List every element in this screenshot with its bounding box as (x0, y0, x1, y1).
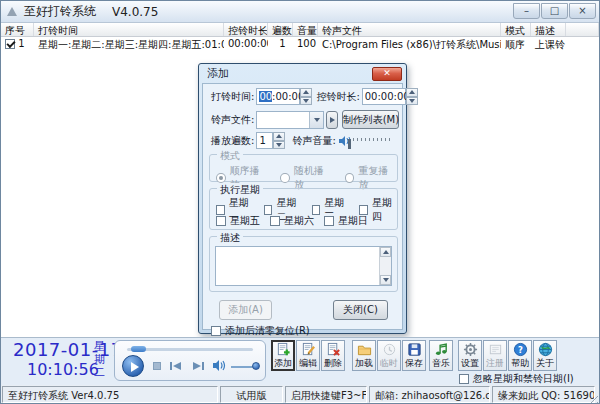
svg-text:?: ? (518, 345, 523, 355)
scroll-down-icon (383, 278, 389, 282)
radio-sequential-play[interactable] (216, 173, 226, 183)
bell-icon (7, 7, 17, 16)
column-header-duration[interactable]: 控铃时长 (224, 23, 268, 36)
slider-thumb[interactable] (348, 139, 351, 149)
toolbar-button-settings[interactable]: 设置 (458, 340, 482, 371)
textarea-scrollbar[interactable] (379, 247, 391, 285)
toolbar-button-help[interactable]: ? 帮助 (508, 340, 532, 371)
help-icon: ? (513, 342, 528, 357)
minimize-button[interactable]: – (513, 3, 540, 19)
play-count-field[interactable]: 1 (256, 132, 273, 149)
dropdown-button[interactable] (309, 112, 323, 128)
reset-row: 添加后清零复位(R) (211, 324, 310, 338)
edit-icon (301, 342, 316, 357)
scroll-up-icon (383, 250, 389, 254)
spin-down-icon (409, 99, 415, 103)
column-header-file[interactable]: 铃声文件 (318, 23, 501, 36)
dialog-titlebar: 添加 ✕ (199, 64, 406, 83)
reset-after-add-checkbox[interactable] (211, 326, 221, 336)
ring-file-label: 铃声文件: (211, 113, 254, 127)
ring-time-row: 打铃时间: 00:00:00 控铃时长: 00:00:00 (211, 88, 418, 105)
load-icon (357, 342, 372, 357)
weekday-checkbox-fri[interactable] (216, 216, 226, 226)
ring-file-row: 铃声文件: 制作列表(M) (211, 110, 399, 129)
status-hotkeys: 启用快捷键F3~F12 (285, 386, 367, 403)
close-icon: × (578, 6, 586, 16)
status-app-version: 至好打铃系统 Ver4.0.75 (2, 386, 218, 403)
ring-volume-slider[interactable] (353, 138, 390, 143)
volume-thumb[interactable] (252, 362, 260, 370)
dialog-add-button[interactable]: 添加(A) (219, 300, 272, 320)
row-desc: 上课铃 (531, 37, 566, 51)
app-title: 至好打铃系统 (24, 3, 96, 20)
seek-thumb[interactable] (131, 346, 146, 352)
maximize-button[interactable]: □ (541, 3, 568, 19)
duration-field[interactable]: 00:00:00 (362, 88, 406, 105)
column-header-seq[interactable]: 序号 (1, 23, 34, 36)
toolbar-button-temp[interactable]: 临时 (377, 340, 401, 371)
duration-spinner[interactable] (406, 88, 418, 105)
playlist-expand-button[interactable] (326, 111, 338, 129)
ring-volume-label: 铃声音量: (292, 134, 335, 148)
play-count-spinner[interactable] (273, 132, 285, 149)
scroll-up-button[interactable] (380, 247, 391, 257)
column-header-ring-time[interactable]: 打铃时间 (34, 23, 224, 36)
ring-time-field[interactable]: 00:00:00 (256, 88, 300, 105)
toolbar-button-delete[interactable]: 删除 (321, 340, 345, 371)
row-mode: 顺序 (501, 37, 531, 51)
row-volume: 100 (293, 37, 318, 51)
toolbar-button-load[interactable]: 加载 (352, 340, 376, 371)
play-count-row: 播放遍数: 1 铃声音量: (211, 132, 390, 149)
spin-down-icon (303, 99, 309, 103)
app-window: 至好打铃系统 V4.0.75 – □ × 序号 打铃时间 控铃时长 遍数 音量 … (0, 0, 600, 404)
column-header-volume[interactable]: 音量 (293, 23, 318, 36)
mode-group-label: 模式 (217, 149, 243, 163)
row-enabled-checkbox[interactable] (5, 39, 15, 49)
titlebar: 至好打铃系统 V4.0.75 – □ × (1, 1, 599, 23)
toolbar-button-register[interactable]: 注册 (483, 340, 507, 371)
close-button[interactable]: × (569, 3, 596, 19)
maximize-icon: □ (550, 6, 559, 16)
make-list-button[interactable]: 制作列表(M) (342, 110, 399, 129)
mute-button[interactable] (212, 359, 226, 372)
play-button[interactable] (122, 355, 144, 377)
stop-button[interactable] (153, 362, 161, 370)
toolbar-button-save[interactable]: 保存 (402, 340, 426, 371)
dialog-title: 添加 (207, 66, 229, 81)
toolbar-button-music[interactable]: 音乐 (429, 340, 453, 371)
music-icon (434, 342, 449, 357)
radio-random-play[interactable] (280, 173, 290, 183)
ring-file-select[interactable] (256, 111, 324, 129)
weekday-checkbox-sat[interactable] (270, 216, 280, 226)
column-header-desc[interactable]: 描述 (531, 23, 566, 36)
radio-repeat-play[interactable] (345, 173, 355, 183)
toolbar-button-about[interactable]: 关于 (533, 340, 557, 371)
toolbar: 添加 编辑 删除 加载 (271, 340, 558, 371)
spin-up-icon (276, 134, 282, 138)
toolbar-button-edit[interactable]: 编辑 (296, 340, 320, 371)
next-button[interactable] (191, 361, 205, 371)
table-row[interactable]: 1 星期一:星期二:星期三:星期四:星期五:01:00:00 00:00:00 … (1, 37, 599, 51)
weekday-checkbox-sun[interactable] (324, 216, 334, 226)
column-header-count[interactable]: 遍数 (268, 23, 293, 36)
bottom-panel: 2017-01-17 10:10:56 星期二 (1, 337, 599, 385)
chevron-down-icon (314, 118, 320, 122)
ignore-weekday-checkbox[interactable] (459, 374, 469, 384)
dialog-close-action-button[interactable]: 关闭(C) (333, 300, 388, 320)
app-version: V4.0.75 (112, 5, 158, 19)
column-header-mode[interactable]: 模式 (501, 23, 531, 36)
description-textarea[interactable] (216, 247, 379, 285)
save-icon (407, 342, 422, 357)
dialog-close-button[interactable]: ✕ (372, 67, 402, 81)
weekday-group: 执行星期 星期一 星期二 星期三 星期四 星期五 星期六 星期日 (209, 188, 398, 230)
row-duration: 00:00:00 (224, 37, 268, 51)
mode-group: 模式 顺序播放 随机播放 重复播放 (209, 154, 398, 182)
scroll-down-button[interactable] (380, 275, 391, 285)
toolbar-button-add[interactable]: 添加 (271, 340, 295, 371)
spin-down-icon (276, 143, 282, 147)
row-seq: 1 (18, 38, 24, 49)
previous-button[interactable] (169, 361, 183, 371)
status-email: 邮箱: zhihaosoft@126.com (369, 386, 490, 403)
ring-time-spinner[interactable] (300, 88, 312, 105)
status-qq: 缘来如此 QQ: 516906764 (492, 386, 595, 403)
